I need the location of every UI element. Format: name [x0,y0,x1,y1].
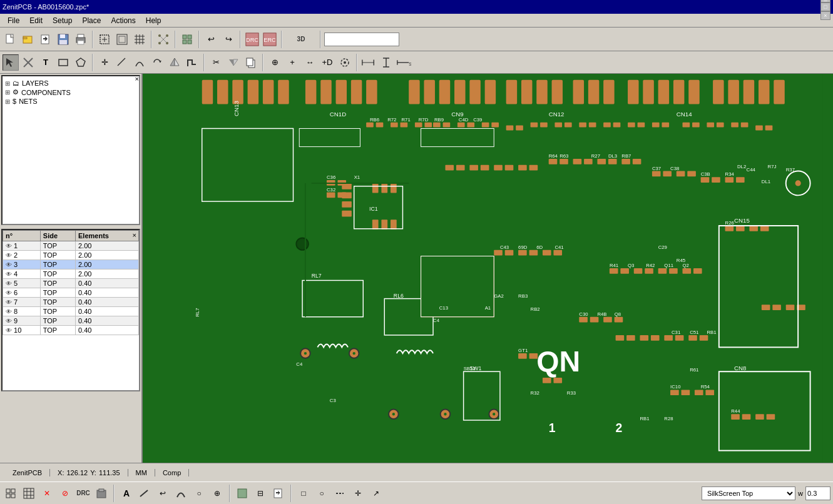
table-row[interactable]: 👁 6 TOP 0.40 [3,288,139,298]
move-button[interactable]: ✛ [96,54,113,71]
layer-table-body: 👁 1 TOP 2.00 👁 2 TOP 2.00 👁 3 TOP 2.00 👁… [3,241,139,335]
mirror-button[interactable] [225,54,242,71]
svg-text:IC10: IC10 [670,384,681,390]
measure-button[interactable]: ↔ [302,54,318,71]
import-button[interactable] [38,31,54,48]
route-button[interactable] [184,54,200,71]
panel-close-button[interactable]: × [135,75,139,83]
redo-button[interactable]: ↪ [220,31,237,48]
line-mode-button[interactable] [136,485,153,501]
arc-button[interactable] [131,54,148,71]
drc-button[interactable]: DRC [244,31,260,48]
svg-rect-82 [573,80,584,104]
svg-rect-319 [11,489,15,493]
segment-button[interactable]: SET [396,54,412,71]
arc-mode-button[interactable] [173,485,189,501]
drill-button[interactable]: ✛ [350,485,366,501]
layer-table-scroll[interactable]: n° Side Elements 👁 1 TOP 2.00 👁 2 TOP 2.… [3,230,139,368]
svg-rect-272 [421,256,494,317]
deselect-button[interactable] [20,54,36,71]
undo-mode-button[interactable]: ↩ [155,485,171,501]
table-row[interactable]: 👁 2 TOP 2.00 [3,251,139,260]
menu-edit[interactable]: Edit [24,15,48,26]
cell-side: TOP [40,279,75,288]
polygon-button[interactable] [73,54,89,71]
menu-setup[interactable]: Setup [48,15,77,26]
svg-text:C37: C37 [652,166,661,171]
arrow-button[interactable]: ↗ [368,485,384,501]
pad-mode-button[interactable]: □ [295,485,312,501]
open-button[interactable] [20,31,36,48]
circle-mode-button[interactable]: ○ [191,485,207,501]
save-button[interactable] [55,31,71,48]
menu-file[interactable]: File [3,15,24,26]
erc-button[interactable]: ERC [262,31,278,48]
drc-on-button[interactable]: ⊘ [57,485,73,501]
pcb-canvas[interactable]: CN13 CN1D CN9 CN12 CN14 [143,74,833,463]
export-button[interactable] [270,485,287,501]
table-row[interactable]: 👁 7 TOP 0.40 [3,298,139,307]
search-input[interactable] [324,33,399,46]
circle-pad-button[interactable]: ○ [314,485,330,501]
dim-button[interactable] [360,54,377,71]
select-button[interactable] [3,54,19,71]
table-row[interactable]: 👁 9 TOP 0.40 [3,316,139,326]
table-row[interactable]: 👁 10 TOP 0.40 [3,326,139,335]
height-button[interactable] [378,54,394,71]
tree-layers[interactable]: ⊞ 🗂 LAYERS [5,79,136,88]
svg-rect-0 [6,34,13,43]
cell-num: 👁 4 [3,270,41,279]
fill-button[interactable] [234,485,250,501]
table-close-button[interactable]: × [133,231,136,239]
undo-button[interactable]: ↩ [203,31,219,48]
no-drc-button[interactable]: ✕ [39,485,55,501]
zoom-fit-button[interactable] [114,31,130,48]
table-row[interactable]: 👁 3 TOP 2.00 [3,260,139,270]
menu-actions[interactable]: Actions [106,15,140,26]
zoom-area-button[interactable] [96,31,113,48]
crosshair-button[interactable]: ⊕ [267,54,283,71]
table-row[interactable]: 👁 5 TOP 0.40 [3,279,139,288]
text-mode-button[interactable]: A [118,485,135,501]
delete-button[interactable]: ✂ [208,54,224,71]
table-row[interactable]: 👁 4 TOP 2.00 [3,270,139,279]
rectangle-button[interactable] [55,54,71,71]
svg-text:Q3: Q3 [628,263,634,268]
flip-button[interactable] [166,54,183,71]
silk-button[interactable] [332,485,348,501]
close-button[interactable]: × [820,11,830,20]
svg-text:R64: R64 [549,153,558,159]
snap-grid2-button[interactable] [21,485,37,501]
ratsnest-button[interactable] [155,31,171,48]
table-row[interactable]: 👁 8 TOP 0.40 [3,307,139,316]
fab-button[interactable] [93,485,110,501]
snap-grid-button[interactable] [3,485,19,501]
tree-components[interactable]: ⊞ ⚙ COMPONENTS [5,88,136,97]
print-button[interactable] [73,31,89,48]
menu-place[interactable]: Place [77,15,106,26]
layer-dropdown[interactable]: SilkScreen Top Top Copper Bottom Copper [702,486,795,500]
width-input[interactable] [805,486,830,500]
svg-text:CN1D: CN1D [330,111,346,118]
svg-rect-83 [588,80,599,104]
svg-rect-120 [603,123,611,128]
component-library-button[interactable] [179,31,195,48]
pad-button[interactable]: +D [319,54,335,71]
tree-nets[interactable]: ⊞ $ NETS [5,97,136,106]
line-button[interactable] [114,54,130,71]
maximize-button[interactable]: □ [820,3,830,11]
rotate-button[interactable] [149,54,165,71]
segment-mode-button[interactable]: ⊟ [252,485,268,501]
svg-rect-148 [372,219,379,229]
snap-button[interactable]: + [284,54,300,71]
3d-view-button[interactable]: 3D [285,31,317,48]
text-button[interactable]: T [38,54,54,71]
new-button[interactable] [3,31,19,48]
menu-help[interactable]: Help [141,15,166,26]
via-button[interactable]: ⊕ [209,485,225,501]
grid-button[interactable] [131,31,148,48]
drc-full-button[interactable]: DRC [75,485,91,501]
copy-button[interactable] [243,54,259,71]
copper-pour-button[interactable] [337,54,353,71]
table-row[interactable]: 👁 1 TOP 2.00 [3,241,139,251]
